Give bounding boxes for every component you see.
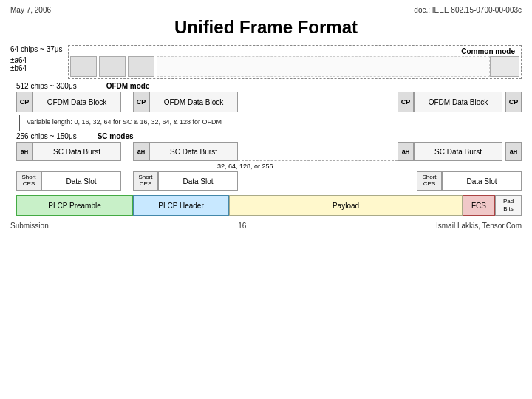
header-bar: May 7, 2006 doc.: IEEE 802.15-0700-00-00… — [10, 6, 522, 14]
short-ces-2: ShortCES — [133, 171, 158, 191]
plus-minus-a: ±a64 — [10, 56, 68, 64]
plus-minus-b: ±b64 — [10, 64, 68, 72]
header-doc: doc.: IEEE 802.15-0700-00-003c — [414, 6, 522, 14]
plcp-pad: PadBits — [495, 195, 522, 216]
plcp-header: PLCP Header — [133, 195, 229, 216]
variable-length-note: Variable length: 0, 16, 32, 64 for SC & … — [27, 118, 222, 126]
cp-box-1: CP — [16, 92, 33, 112]
sc-block-3: aH SC Data Burst — [398, 142, 502, 161]
data-slot-group-3: ShortCES Data Slot — [417, 171, 522, 191]
ofdm-mode-label: OFDM mode — [106, 82, 150, 90]
page-title: Unified Frame Format — [10, 17, 522, 38]
sc-modes-label: SC modes — [98, 132, 134, 140]
plcp-row: PLCP Preamble PLCP Header Payload FCS Pa… — [16, 195, 522, 216]
ofdm-data-3: OFDM Data Block — [414, 92, 502, 112]
page: May 7, 2006 doc.: IEEE 802.15-0700-00-00… — [0, 0, 532, 399]
common-mode-chips-label: 64 chips ~ 37μs — [10, 45, 68, 53]
cp-box-4: CP — [505, 92, 522, 112]
data-slot-group-1: ShortCES Data Slot — [16, 171, 121, 191]
aH-box-1: aH — [16, 142, 33, 161]
ofdm-data-2: OFDM Data Block — [149, 92, 238, 112]
sc-data-2: SC Data Burst — [149, 142, 238, 161]
footer-left: Submission — [10, 222, 49, 230]
data-slot-1: Data Slot — [41, 171, 121, 191]
aH-box-4: aH — [505, 142, 522, 161]
short-ces-3: ShortCES — [417, 171, 442, 191]
short-ces-1: ShortCES — [16, 171, 41, 191]
footer: Submission 16 Ismail Lakkis, Tensor.Com — [10, 222, 522, 230]
cp-box-2: CP — [133, 92, 149, 112]
sc-size-label: 32, 64, 128, or 256 — [217, 163, 522, 170]
ofdm-block-3: CP OFDM Data Block — [398, 92, 502, 112]
footer-right: Ismail Lakkis, Tensor.Com — [436, 222, 522, 230]
ofdm-block-1: CP OFDM Data Block — [16, 92, 121, 112]
sc-block-1: aH SC Data Burst — [16, 142, 121, 161]
common-mode-label: Common mode — [461, 47, 515, 55]
footer-center: 16 — [238, 222, 246, 230]
header-date: May 7, 2006 — [10, 6, 51, 14]
data-slot-group-2: ShortCES Data Slot — [133, 171, 238, 191]
plcp-preamble: PLCP Preamble — [16, 195, 133, 216]
sc-data-3: SC Data Burst — [414, 142, 502, 161]
sc-block-2: aH SC Data Burst — [133, 142, 238, 161]
plcp-payload: Payload — [229, 195, 463, 216]
sc-data-1: SC Data Burst — [33, 142, 121, 161]
ofdm-block-2: CP OFDM Data Block — [133, 92, 238, 112]
aH-box-3: aH — [398, 142, 414, 161]
ofdm-data-1: OFDM Data Block — [33, 92, 121, 112]
data-slot-3: Data Slot — [442, 171, 522, 191]
cp-box-3: CP — [398, 92, 414, 112]
plcp-fcs: FCS — [463, 195, 495, 216]
aH-box-2: aH — [133, 142, 149, 161]
data-slot-2: Data Slot — [158, 171, 238, 191]
ofdm-chips-label: 512 chips ~ 300μs — [16, 82, 77, 90]
sc-chips-label: 256 chips ~ 150μs — [16, 132, 77, 140]
